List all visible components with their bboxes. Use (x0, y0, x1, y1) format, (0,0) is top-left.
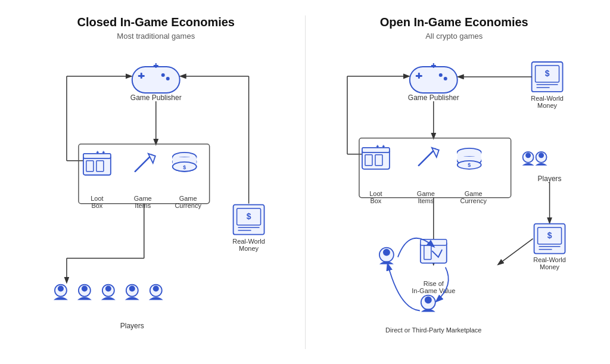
svg-text:$: $ (468, 161, 471, 167)
right-svg: Game Publisher $ Real-World Money (318, 50, 592, 341)
svg-text:Currency: Currency (460, 197, 487, 204)
svg-point-57 (438, 73, 442, 76)
svg-rect-54 (409, 66, 457, 92)
svg-text:Direct or Third-Party Marketpl: Direct or Third-Party Marketplace (385, 326, 481, 334)
svg-text:Money: Money (537, 101, 557, 108)
svg-rect-56 (415, 74, 422, 76)
svg-rect-76 (365, 154, 372, 165)
svg-rect-77 (375, 154, 382, 165)
svg-text:✦ ✦: ✦ ✦ (375, 143, 386, 149)
left-half: Closed In-Game Economies Most traditiona… (7, 10, 305, 355)
svg-point-94 (525, 153, 531, 158)
svg-point-96 (539, 153, 544, 158)
svg-text:Players: Players (537, 174, 561, 182)
svg-text:Money: Money (540, 263, 559, 270)
svg-text:Real-World: Real-World (531, 94, 564, 101)
svg-text:Players: Players (120, 322, 144, 330)
right-subtitle: All crypto games (425, 32, 483, 41)
svg-text:Game: Game (416, 189, 434, 197)
svg-rect-0 (132, 66, 180, 92)
svg-point-48 (105, 285, 111, 291)
svg-rect-2 (138, 74, 145, 76)
svg-text:Real-World: Real-World (232, 237, 265, 244)
svg-rect-15 (97, 160, 104, 171)
svg-text:Game Publisher: Game Publisher (407, 93, 459, 101)
svg-text:$: $ (247, 211, 251, 220)
svg-point-58 (443, 76, 447, 80)
svg-point-50 (129, 285, 135, 291)
svg-text:Items: Items (135, 201, 151, 209)
svg-text:Box: Box (370, 197, 381, 204)
svg-line-107 (498, 238, 533, 264)
svg-point-116 (424, 296, 431, 303)
svg-point-3 (161, 73, 165, 76)
svg-text:Loot: Loot (91, 194, 103, 201)
left-title: Closed In-Game Economies (77, 15, 235, 29)
svg-text:$: $ (183, 164, 186, 170)
svg-point-4 (166, 76, 170, 80)
svg-text:Box: Box (91, 201, 102, 209)
svg-line-82 (418, 148, 435, 165)
svg-text:Rise of: Rise of (423, 279, 444, 287)
svg-text:In-Game Value: In-Game Value (412, 287, 455, 294)
svg-text:Money: Money (239, 244, 259, 251)
left-subtitle: Most traditional games (117, 32, 195, 41)
svg-point-46 (82, 285, 88, 291)
svg-text:Game: Game (179, 194, 197, 201)
svg-rect-109 (424, 245, 431, 259)
svg-text:$: $ (544, 68, 549, 77)
svg-point-114 (382, 248, 390, 256)
svg-line-20 (135, 154, 152, 171)
svg-text:Game: Game (464, 189, 482, 197)
svg-text:Game Publisher: Game Publisher (130, 93, 182, 101)
svg-text:✦ ✦: ✦ ✦ (95, 149, 107, 155)
svg-text:Real-World: Real-World (533, 256, 566, 263)
svg-text:$: $ (547, 230, 552, 239)
svg-text:Game: Game (134, 194, 152, 201)
svg-point-44 (58, 285, 64, 291)
right-title: Open In-Game Economies (380, 15, 528, 29)
svg-text:Items: Items (418, 197, 434, 204)
main-container: Closed In-Game Economies Most traditiona… (7, 10, 603, 355)
svg-rect-88 (457, 156, 481, 160)
svg-point-52 (153, 285, 159, 291)
svg-rect-14 (86, 160, 94, 171)
svg-text:Loot: Loot (369, 189, 382, 197)
right-diagram: Game Publisher $ Real-World Money (318, 50, 592, 348)
right-half: Open In-Game Economies All crypto games (306, 10, 603, 355)
left-diagram: Game Publisher (19, 50, 293, 348)
left-svg: Game Publisher (19, 50, 293, 341)
svg-text:Currency: Currency (175, 201, 201, 209)
